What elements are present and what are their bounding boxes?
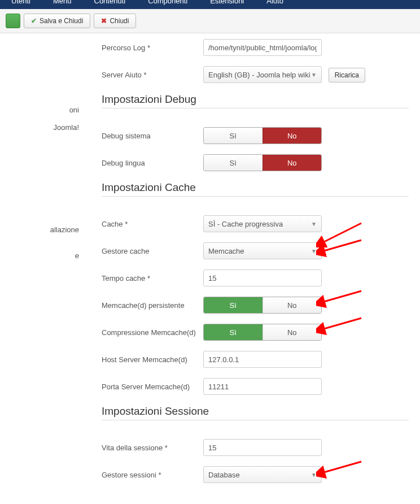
save-button[interactable] <box>6 14 20 28</box>
save-close-label: Salva e Chiudi <box>40 17 83 25</box>
chevron-down-icon: ▼ <box>311 472 317 478</box>
cache-label: Cache * <box>102 220 203 228</box>
cache-time-label: Tempo cache * <box>102 274 203 283</box>
nav-item[interactable]: Estensioni <box>210 0 244 5</box>
memcache-port-label: Porta Server Memcache(d) <box>102 383 203 391</box>
memcache-host-label: Host Server Memcache(d) <box>102 355 203 364</box>
session-heading: Impostazioni Sessione <box>102 405 409 420</box>
cache-handler-label: Gestore cache <box>102 247 203 255</box>
cache-heading: Impostazioni Cache <box>102 181 409 197</box>
cache-handler-select[interactable]: Memcache ▼ <box>203 242 322 259</box>
nav-item[interactable]: Aiuto <box>266 0 283 5</box>
close-icon: ✖ <box>101 17 107 25</box>
log-path-input[interactable] <box>203 39 322 56</box>
help-server-select[interactable]: English (GB) - Joomla help wiki ▼ <box>203 66 322 83</box>
cache-value: SÌ - Cache progressiva <box>208 220 283 228</box>
save-close-button[interactable]: ✔ Salva e Chiudi <box>24 14 90 28</box>
check-icon: ✔ <box>31 17 37 25</box>
help-server-label: Server Aiuto * <box>102 71 203 79</box>
content: Percorso Log * Server Aiuto * English (G… <box>85 33 420 504</box>
toggle-yes[interactable]: Sì <box>204 297 262 313</box>
sidebar: oni Joomla! allazione e <box>0 33 85 504</box>
session-handler-label: Gestore sessioni * <box>102 471 203 479</box>
toolbar: ✔ Salva e Chiudi ✖ Chiudi <box>0 9 420 33</box>
nav-item[interactable]: Contenuti <box>94 0 126 5</box>
session-handler-value: Database <box>208 471 240 479</box>
chevron-down-icon: ▼ <box>311 248 317 254</box>
toggle-no[interactable]: No <box>262 297 322 313</box>
memcache-host-input[interactable] <box>203 351 322 368</box>
toggle-yes[interactable]: Sì <box>204 324 262 340</box>
close-button[interactable]: ✖ Chiudi <box>94 14 136 28</box>
cache-time-input[interactable] <box>203 270 322 286</box>
help-server-value: English (GB) - Joomla help wiki <box>208 71 310 79</box>
debug-lang-toggle[interactable]: Sì No <box>203 154 322 171</box>
chevron-down-icon: ▼ <box>311 221 317 227</box>
toggle-no[interactable]: No <box>262 155 322 171</box>
debug-system-label: Debug sistema <box>102 132 203 140</box>
memcache-port-input[interactable] <box>203 378 322 395</box>
session-life-label: Vita della sessione * <box>102 444 203 452</box>
chevron-down-icon: ▼ <box>311 72 317 78</box>
reload-button[interactable]: Ricarica <box>329 68 365 82</box>
memcache-compress-toggle[interactable]: Sì No <box>203 324 322 341</box>
sidebar-item[interactable]: oni <box>0 101 79 119</box>
debug-heading: Impostazioni Debug <box>102 93 409 108</box>
debug-lang-label: Debug lingua <box>102 159 203 167</box>
memcache-persistent-toggle[interactable]: Sì No <box>203 297 322 314</box>
sidebar-item[interactable]: e <box>0 247 79 264</box>
memcache-compress-label: Compressione Memcache(d) <box>102 328 203 337</box>
session-handler-select[interactable]: Database ▼ <box>203 466 322 483</box>
sidebar-item[interactable]: Joomla! <box>0 119 79 136</box>
cache-handler-value: Memcache <box>208 247 244 255</box>
debug-system-toggle[interactable]: Sì No <box>203 127 322 144</box>
nav-item[interactable]: Menu <box>53 0 72 5</box>
close-label: Chiudi <box>110 17 129 25</box>
memcache-persistent-label: Memcache(d) persistente <box>102 301 203 310</box>
log-path-label: Percorso Log * <box>102 44 203 52</box>
toggle-yes[interactable]: Sì <box>204 128 262 144</box>
toggle-no[interactable]: No <box>262 324 322 340</box>
cache-select[interactable]: SÌ - Cache progressiva ▼ <box>203 215 322 232</box>
top-nav: Utenti Menu Contenuti Componenti Estensi… <box>0 0 420 9</box>
nav-item[interactable]: Componenti <box>148 0 187 5</box>
toggle-yes[interactable]: Sì <box>204 155 262 171</box>
session-life-input[interactable] <box>203 439 322 456</box>
sidebar-item[interactable]: allazione <box>0 221 79 238</box>
nav-item[interactable]: Utenti <box>11 0 30 5</box>
toggle-no[interactable]: No <box>262 128 322 144</box>
